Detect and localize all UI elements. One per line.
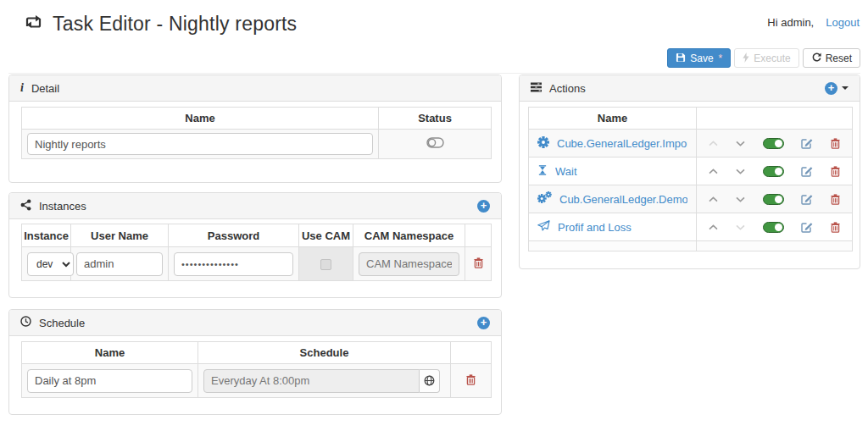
instances-col-password: Password [169, 224, 299, 247]
trash-icon [831, 222, 840, 233]
add-action-dropdown-button[interactable]: + [825, 82, 849, 95]
edit-action-button[interactable] [801, 137, 813, 149]
actions-col-name: Name [529, 108, 697, 130]
share-alt-icon [20, 199, 31, 213]
plus-circle-icon: + [825, 82, 837, 95]
enabled-toggle[interactable] [763, 194, 784, 205]
detail-col-name: Name [22, 108, 379, 130]
delete-action-button[interactable] [831, 138, 840, 149]
actions-col-controls [697, 108, 853, 130]
schedule-panel-title: Schedule [39, 317, 85, 329]
edit-action-button[interactable] [801, 193, 813, 205]
user-area: Hi admin, Logout [767, 16, 860, 29]
tasks-icon [531, 82, 542, 95]
schedule-value-input[interactable] [203, 369, 420, 393]
cogs-icon [537, 191, 552, 204]
instances-panel-heading: Instances + [9, 193, 501, 219]
instances-col-actions [465, 224, 492, 247]
delete-schedule-button[interactable] [466, 374, 476, 385]
schedule-col-name: Name [22, 342, 198, 364]
save-button[interactable]: Save* [667, 48, 731, 68]
plus-circle-icon: + [477, 317, 490, 329]
schedule-panel: Schedule + Name Schedule [8, 309, 502, 415]
caret-down-icon [842, 86, 849, 90]
enabled-toggle[interactable] [763, 166, 784, 177]
actions-table-filler-row [529, 241, 853, 251]
unsaved-marker: * [719, 53, 723, 64]
gear-icon [537, 136, 549, 148]
page-title: Task Editor - Nightly reports [53, 13, 297, 36]
action-name-link[interactable]: Cub.GeneralLedger.Demo [559, 193, 687, 206]
clock-icon [20, 316, 31, 329]
page-header: Task Editor - Nightly reports [24, 13, 297, 36]
action-row: Cube.GeneralLedger.ImportFromFile [529, 130, 853, 157]
pencil-square-icon [801, 221, 813, 233]
task-name-input[interactable] [27, 133, 373, 155]
cogs-icon [537, 191, 552, 207]
toolbar-divider [8, 73, 860, 74]
trash-icon [831, 166, 840, 177]
move-down-button[interactable] [736, 169, 745, 174]
instance-row: dev [22, 247, 492, 281]
detail-panel-title: Detail [31, 82, 59, 95]
move-up-button[interactable] [709, 141, 718, 146]
schedule-col-schedule: Schedule [198, 342, 451, 364]
instances-panel-title: Instances [39, 200, 86, 213]
plus-circle-icon: + [477, 200, 490, 213]
detail-row [22, 130, 492, 159]
instances-col-username: User Name [71, 224, 169, 247]
actions-panel-heading: Actions + [520, 75, 860, 102]
delete-action-button[interactable] [831, 222, 840, 233]
detail-panel-heading: i Detail [9, 75, 501, 102]
hourglass-icon [537, 164, 548, 176]
edit-action-button[interactable] [801, 221, 813, 233]
paper-plane-icon [537, 220, 550, 234]
instance-select[interactable]: dev [27, 252, 74, 276]
actions-panel: Actions + Name Cube.GeneralLedger.Import… [519, 75, 860, 269]
password-input[interactable] [174, 252, 293, 276]
add-schedule-button[interactable]: + [477, 317, 490, 329]
pencil-square-icon [801, 165, 813, 177]
reset-button[interactable]: Reset [803, 48, 860, 68]
action-row: Wait [529, 157, 853, 185]
delete-action-button[interactable] [831, 194, 840, 205]
use-cam-checkbox[interactable] [320, 259, 331, 270]
enabled-toggle[interactable] [763, 138, 784, 149]
floppy-disk-icon [676, 52, 686, 64]
cam-namespace-input[interactable] [359, 252, 459, 276]
move-down-button[interactable] [736, 196, 745, 202]
trash-icon [831, 138, 840, 149]
schedule-name-input[interactable] [27, 369, 192, 393]
action-row: Profif and Loss [529, 213, 853, 241]
schedule-row [22, 364, 492, 398]
save-button-label: Save [690, 53, 713, 64]
edit-action-button[interactable] [801, 165, 813, 177]
move-up-button[interactable] [709, 224, 718, 230]
hourglass-icon [537, 164, 548, 179]
enabled-toggle[interactable] [763, 222, 784, 233]
add-instance-button[interactable]: + [477, 200, 490, 213]
delete-instance-button[interactable] [474, 257, 483, 268]
action-name-link[interactable]: Wait [555, 165, 577, 178]
actions-panel-title: Actions [549, 82, 586, 95]
action-name-link[interactable]: Profif and Loss [558, 221, 632, 234]
detail-panel: i Detail Name Status [8, 75, 502, 183]
execute-button-label: Execute [754, 53, 790, 64]
info-icon: i [20, 81, 24, 95]
schedule-picker-button[interactable] [420, 369, 440, 393]
execute-button[interactable]: Execute [734, 48, 798, 68]
user-greeting: Hi admin, [767, 16, 814, 29]
move-down-button[interactable] [736, 224, 745, 230]
move-down-button[interactable] [736, 141, 745, 146]
move-up-button[interactable] [709, 196, 718, 202]
delete-action-button[interactable] [831, 166, 840, 177]
action-row: Cub.GeneralLedger.Demo [529, 185, 853, 213]
schedule-col-actions [451, 342, 492, 364]
username-input[interactable] [76, 252, 163, 276]
logout-link[interactable]: Logout [826, 16, 860, 29]
action-name-link[interactable]: Cube.GeneralLedger.ImportFromFile [557, 137, 687, 150]
trash-icon [831, 194, 840, 205]
status-toggle-off-icon[interactable] [426, 137, 444, 148]
move-up-button[interactable] [709, 169, 718, 174]
gear-icon [537, 136, 549, 151]
